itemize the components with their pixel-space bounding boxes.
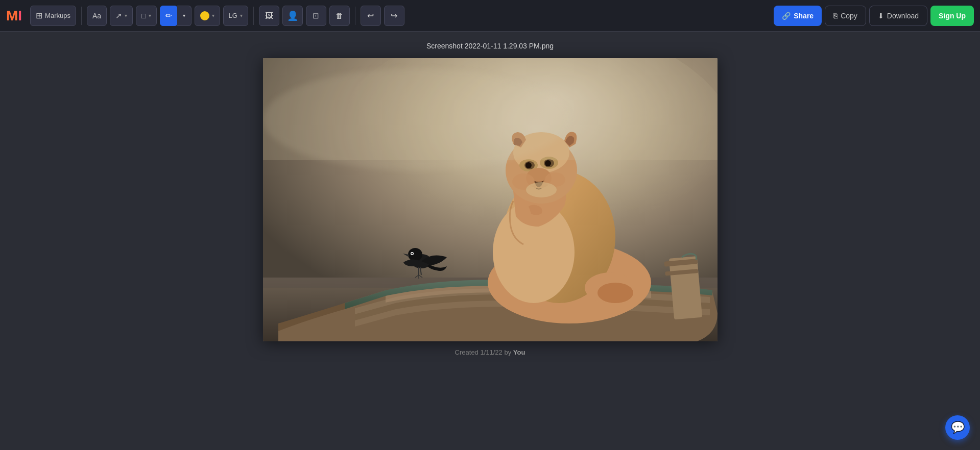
pen-tool-dropdown-button[interactable]: ▾ (177, 6, 192, 26)
layers-icon: ⊞ (36, 11, 42, 20)
markups-label: Markups (45, 12, 70, 19)
canvas-image (263, 58, 718, 341)
copy-label: Copy (841, 12, 857, 20)
logo-letters: MI (6, 9, 22, 23)
svg-point-18 (525, 162, 532, 168)
share-label: Share (794, 12, 814, 20)
footer-text: Created 1/11/22 by You (455, 348, 525, 356)
person-icon: 👤 (287, 10, 298, 21)
canvas-area[interactable] (263, 58, 718, 341)
markups-button[interactable]: ⊞ Markups (30, 6, 76, 26)
redo-button[interactable]: ↪ (384, 6, 404, 26)
size-label: LG (229, 12, 237, 19)
toolbar: MI ⊞ Markups Aa ↗ ▾ □ ▾ ✏ ▾ ▾ LG ▾ 🖼 (0, 0, 980, 32)
pen-icon: ✏ (165, 11, 172, 20)
color-picker-dropdown-icon: ▾ (212, 13, 214, 18)
pen-tool-dropdown-icon: ▾ (183, 13, 185, 18)
copy-icon: ⎘ (833, 12, 838, 20)
author-name: You (513, 348, 525, 356)
divider-2 (253, 7, 254, 25)
color-swatch (200, 11, 209, 20)
link-icon: 🔗 (782, 12, 791, 20)
crop-icon: ⊡ (313, 11, 319, 20)
person-tool-button[interactable]: 👤 (282, 6, 303, 26)
pen-tool-button[interactable]: ✏ (160, 6, 178, 26)
svg-point-10 (597, 283, 633, 303)
download-label: Download (887, 12, 919, 20)
download-button[interactable]: ⬇ Download (869, 6, 927, 26)
file-title: Screenshot 2022-01-11 1.29.03 PM.png (426, 42, 554, 50)
trash-icon: 🗑 (336, 11, 343, 20)
text-tool-button[interactable]: Aa (87, 6, 107, 26)
redo-icon: ↪ (391, 11, 397, 20)
app-logo[interactable]: MI (6, 9, 22, 23)
text-tool-label: Aa (92, 12, 101, 20)
share-button[interactable]: 🔗 Share (774, 6, 822, 26)
divider-3 (355, 7, 355, 25)
signup-button[interactable]: Sign Up (930, 6, 974, 26)
rectangle-tool-dropdown-icon: ▾ (149, 13, 151, 18)
signup-label: Sign Up (939, 12, 966, 20)
undo-icon: ↩ (367, 11, 374, 20)
delete-tool-button[interactable]: 🗑 (329, 6, 350, 26)
chat-button[interactable]: 💬 (945, 415, 970, 440)
arrow-tool-button[interactable]: ↗ ▾ (110, 6, 133, 26)
divider-1 (81, 7, 82, 25)
color-picker-button[interactable]: ▾ (195, 6, 220, 26)
copy-button[interactable]: ⎘ Copy (825, 6, 866, 26)
arrow-icon: ↗ (115, 11, 122, 20)
main-content: Screenshot 2022-01-11 1.29.03 PM.png (0, 32, 980, 450)
size-dropdown-icon: ▾ (240, 13, 243, 18)
rectangle-icon: □ (141, 12, 146, 20)
download-icon: ⬇ (878, 12, 884, 20)
svg-point-19 (545, 160, 551, 166)
svg-point-25 (408, 248, 422, 261)
arrow-tool-dropdown-icon: ▾ (125, 13, 127, 18)
svg-point-34 (263, 68, 569, 170)
size-selector-button[interactable]: LG ▾ (223, 6, 248, 26)
svg-point-27 (411, 253, 413, 255)
crop-tool-button[interactable]: ⊡ (306, 6, 326, 26)
image-icon: 🖼 (265, 11, 273, 20)
image-tool-button[interactable]: 🖼 (259, 6, 279, 26)
rectangle-tool-button[interactable]: □ ▾ (136, 6, 156, 26)
undo-button[interactable]: ↩ (361, 6, 381, 26)
chat-icon: 💬 (951, 421, 965, 434)
created-text: Created 1/11/22 by (455, 348, 512, 356)
svg-point-23 (526, 182, 557, 197)
